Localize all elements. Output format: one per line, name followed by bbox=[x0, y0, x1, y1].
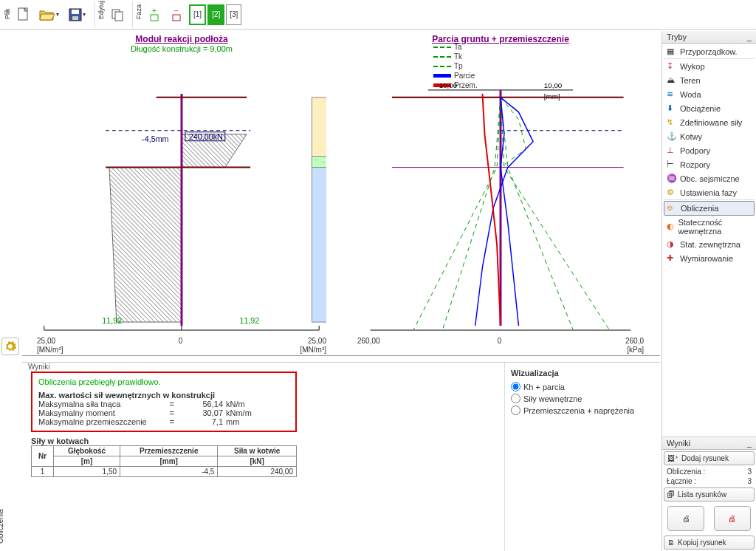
add-drawing-icon: 🖼⁺ bbox=[667, 454, 678, 462]
results-summary-box: Obliczenia przebiegły prawidłowo. Max. w… bbox=[31, 372, 297, 432]
terrain-icon: ⛰ bbox=[667, 75, 677, 86]
svg-rect-6 bbox=[151, 15, 158, 21]
svg-rect-2 bbox=[72, 10, 79, 14]
svg-rect-18 bbox=[312, 157, 326, 168]
mode-anchors[interactable]: ⚓Kotwy bbox=[664, 130, 755, 143]
mode-terrain[interactable]: ⛰Teren bbox=[664, 74, 755, 87]
water-icon: ≋ bbox=[667, 89, 677, 100]
phase-group-label: Faza bbox=[135, 10, 142, 19]
mode-struts[interactable]: ⊢Rozpory bbox=[664, 158, 755, 171]
charts-row: Moduł reakcji podłoża Długość konstrukcj… bbox=[22, 31, 660, 356]
collapse-icon[interactable]: _ bbox=[747, 439, 752, 448]
viz-opt-forces[interactable]: Siły wewnętrzne bbox=[511, 394, 654, 403]
left-gutter: Obliczenia bbox=[1, 31, 21, 551]
mode-water[interactable]: ≋Woda bbox=[664, 88, 755, 101]
load-icon: ⬇ bbox=[667, 103, 677, 114]
open-file-button[interactable]: ▾ bbox=[35, 4, 62, 25]
mode-forces[interactable]: ↯Zdefiniowane siły bbox=[664, 116, 755, 129]
seismic-icon: ♒ bbox=[667, 174, 677, 184]
ext-stab-icon: ◑ bbox=[667, 239, 677, 250]
int-stab-icon: ◐ bbox=[667, 222, 675, 232]
results-panel: Wyniki Obliczenia przebiegły prawidłowo.… bbox=[22, 362, 660, 551]
mode-analysis[interactable]: ⎊Obliczenia bbox=[664, 201, 755, 216]
anchors-icon: ⚓ bbox=[667, 131, 677, 142]
dimensioning-icon: ✚ bbox=[667, 253, 677, 264]
svg-text:-4,5mm: -4,5mm bbox=[142, 134, 168, 143]
phase-3-button[interactable]: [3] bbox=[226, 4, 241, 25]
phase-1-button[interactable]: [1] bbox=[189, 4, 206, 25]
svg-text:240,00kN: 240,00kN bbox=[189, 132, 223, 141]
save-file-button[interactable]: ▾ bbox=[63, 4, 90, 25]
svg-text:11,92: 11,92 bbox=[102, 316, 122, 325]
table-row: 1 1,50 -4,5 240,00 bbox=[32, 467, 297, 477]
new-file-button[interactable] bbox=[13, 4, 34, 25]
svg-rect-8 bbox=[173, 15, 180, 21]
right-chart-title: Parcia gruntu + przemieszczenie bbox=[344, 34, 657, 44]
file-group-label: Plik bbox=[4, 10, 11, 19]
xr-bneg: 260,00 bbox=[357, 337, 380, 345]
xl-unit-l: [MN/m³] bbox=[37, 346, 63, 354]
viz-opt-disp[interactable]: Przemieszczenia + naprężenia bbox=[511, 405, 654, 415]
settings-gear-button[interactable] bbox=[1, 338, 19, 355]
drawing-list-button[interactable]: 🗐Lista rysunków bbox=[664, 487, 755, 502]
mode-excavation[interactable]: ↧Wykop bbox=[664, 60, 755, 73]
copy-drawing-icon: 🗎 bbox=[667, 538, 675, 547]
print-pdf-button[interactable]: 🖨 bbox=[714, 506, 751, 531]
xr-bzero: 0 bbox=[498, 337, 502, 345]
right-chart: Parcia gruntu + przemieszczenie Ta Tk Tp… bbox=[341, 31, 660, 355]
xr-bpos: 260,0 bbox=[625, 337, 644, 345]
modes-list: ▦Przyporządkow. ↧Wykop ⛰Teren ≋Woda ⬇Obc… bbox=[662, 44, 756, 267]
anchor-table: Nr Głębokość Przemieszczenie Siła w kotw… bbox=[31, 445, 297, 477]
assign-icon: ▦ bbox=[667, 47, 677, 57]
struts-icon: ⊢ bbox=[667, 160, 677, 170]
svg-rect-5 bbox=[115, 12, 123, 21]
print-button[interactable]: 🖨 bbox=[667, 506, 704, 531]
svg-rect-3 bbox=[72, 16, 78, 20]
left-chart-title: Moduł reakcji podłoża bbox=[25, 34, 338, 44]
xl-zero: 0 bbox=[179, 337, 183, 345]
mode-seismic[interactable]: ♒Obc. sejsmiczne bbox=[664, 172, 755, 185]
mode-load[interactable]: ⬇Obciążenie bbox=[664, 102, 755, 115]
printer-icon: 🖨 bbox=[682, 514, 690, 523]
right-sidebar: Tryby _ ▦Przyporządkow. ↧Wykop ⛰Teren ≋W… bbox=[662, 31, 756, 551]
results-panel-label: Wyniki bbox=[27, 363, 51, 371]
main-content: Moduł reakcji podłoża Długość konstrukcj… bbox=[22, 31, 660, 551]
collapse-icon[interactable]: _ bbox=[747, 32, 752, 41]
svg-text:10,00: 10,00 bbox=[439, 81, 458, 89]
mode-dimensioning[interactable]: ✚Wymiarowanie bbox=[664, 252, 755, 265]
svg-text:11,92: 11,92 bbox=[239, 316, 259, 325]
supports-icon: ⊥ bbox=[667, 146, 677, 156]
left-chart-subtitle: Długość konstrukcji = 9,00m bbox=[25, 44, 338, 53]
analysis-icon: ⎊ bbox=[667, 203, 678, 213]
mode-assign[interactable]: ▦Przyporządkow. bbox=[664, 45, 755, 59]
visualization-panel: Wizualizacja Kh + parcia Siły wewnętrzne… bbox=[505, 363, 660, 551]
phase-add-button[interactable]: + bbox=[145, 4, 165, 25]
printer-pdf-icon: 🖨 bbox=[728, 514, 736, 523]
xl-neg: 25,00 bbox=[37, 337, 55, 345]
mode-phase-settings[interactable]: ⚙Ustawienia fazy bbox=[664, 186, 755, 200]
results-box-title: Max. wartości sił wewnętrznych w konstru… bbox=[38, 391, 289, 400]
add-drawing-button[interactable]: 🖼⁺Dodaj rysunek bbox=[664, 451, 755, 465]
copy-button[interactable] bbox=[107, 4, 128, 25]
mode-external-stability[interactable]: ◑Stat. zewnętrzna bbox=[664, 238, 755, 251]
anchor-table-title: Siły w kotwach bbox=[31, 437, 495, 445]
xl-unit-r: [MN/m³] bbox=[300, 346, 326, 354]
viz-opt-kh[interactable]: Kh + parcia bbox=[511, 382, 654, 391]
svg-marker-12 bbox=[109, 168, 182, 322]
viz-title: Wizualizacja bbox=[511, 369, 654, 377]
top-toolbar: Plik ▾ ▾ Edytuj Faza + − [1] [2] [3] bbox=[0, 0, 756, 30]
results-side-header: Wyniki _ bbox=[662, 437, 756, 450]
excavation-icon: ↧ bbox=[667, 61, 677, 72]
phase-settings-icon: ⚙ bbox=[667, 188, 677, 198]
phase-2-button[interactable]: [2] bbox=[207, 4, 224, 25]
svg-rect-19 bbox=[312, 168, 326, 322]
mode-supports[interactable]: ⊥Podpory bbox=[664, 144, 755, 157]
list-icon: 🗐 bbox=[667, 490, 675, 499]
phase-remove-button[interactable]: − bbox=[167, 4, 188, 25]
results-side-panel: Wyniki _ 🖼⁺Dodaj rysunek Obliczenia :3 Ł… bbox=[662, 437, 756, 551]
modes-header: Tryby _ bbox=[662, 31, 756, 44]
mode-internal-stability[interactable]: ◐Stateczność wewnętrzna bbox=[664, 216, 755, 237]
left-chart: Moduł reakcji podłoża Długość konstrukcj… bbox=[22, 31, 341, 355]
copy-drawing-button[interactable]: 🗎Kopiuj rysunek bbox=[664, 535, 755, 550]
xr-bunit: [kPa] bbox=[627, 346, 644, 354]
